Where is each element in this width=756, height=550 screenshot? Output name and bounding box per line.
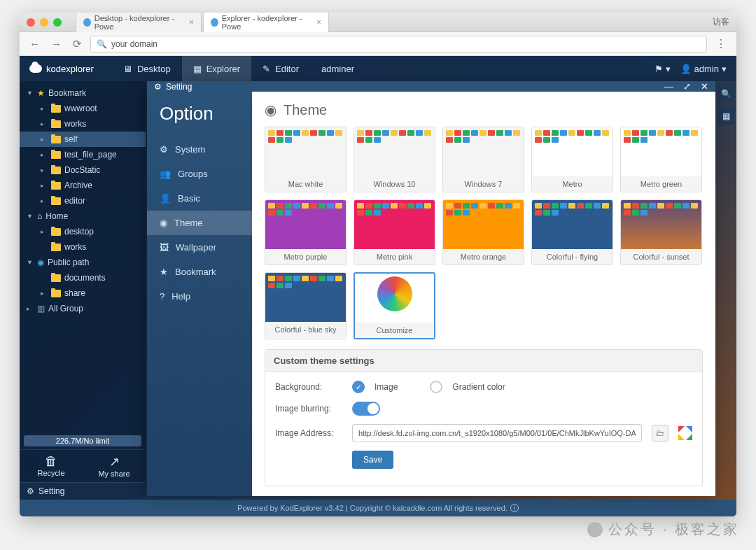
theme-label: Colorful - sunset [621, 249, 701, 265]
theme-label: Metro orange [443, 249, 524, 265]
minimize-window[interactable] [40, 18, 48, 27]
theme-card[interactable]: Metro pink [354, 199, 435, 265]
maximize-window[interactable] [53, 18, 62, 27]
theme-card[interactable]: Colorful - flying [531, 199, 613, 265]
theme-label: Customize [355, 323, 434, 338]
nav-editor[interactable]: ✎ Editor [251, 56, 310, 81]
sidebar-section-public[interactable]: ▼◉Public path [20, 255, 146, 270]
theme-card[interactable]: Colorful - sunset [620, 199, 702, 265]
theme-card[interactable]: Windows 10 [354, 127, 435, 192]
app-topbar: kodexplorer 🖥 Desktop ▦ Explorer ✎ Edito… [20, 56, 736, 81]
sidebar-item[interactable]: ▸editor [20, 193, 146, 209]
sidebar-item[interactable]: documents [20, 270, 146, 285]
browser-tab[interactable]: Desktop - kodexplorer - Powe× [76, 13, 202, 33]
nav-adminer[interactable]: adminer [310, 56, 365, 81]
view-icon[interactable]: ▦ [718, 108, 734, 125]
theme-heading: ◉Theme [265, 101, 703, 118]
expand-icon[interactable]: ⤢ [683, 81, 691, 92]
save-button[interactable]: Save [352, 451, 393, 469]
menu-groups[interactable]: 👥 Groups [147, 162, 252, 186]
sidebar-item[interactable]: ▸self [20, 132, 146, 147]
sidebar-section-bookmark[interactable]: ▼★Bookmark [20, 85, 146, 101]
info-icon[interactable]: i [510, 504, 519, 512]
url-input[interactable]: 🔍your domain [90, 36, 707, 52]
guest-label: 访客 [713, 16, 729, 28]
recycle-button[interactable]: 🗑Recycle [20, 450, 83, 482]
setting-button[interactable]: ⚙ Setting [20, 482, 146, 500]
theme-card[interactable]: Metro orange [442, 199, 524, 265]
wechat-icon [587, 522, 603, 537]
theme-label: Metro pink [354, 249, 435, 265]
theme-label: Mac white [265, 176, 346, 192]
close-tab-icon[interactable]: × [316, 17, 321, 27]
menu-bookmark[interactable]: ★ Bookmark [147, 260, 252, 284]
sidebar-item[interactable]: ▸share [20, 285, 146, 301]
nav-explorer[interactable]: ▦ Explorer [182, 56, 251, 81]
blur-toggle[interactable] [352, 402, 380, 416]
sidebar-item[interactable]: works [20, 239, 146, 255]
app-logo[interactable]: kodexplorer [29, 64, 94, 74]
image-address-input[interactable] [352, 424, 642, 442]
nav-desktop[interactable]: 🖥 Desktop [112, 56, 182, 81]
theme-card[interactable]: Metro purple [265, 199, 346, 265]
search-icon[interactable]: 🔍 [718, 85, 734, 102]
minimize-icon[interactable]: — [664, 81, 673, 92]
menu-system[interactable]: ⚙ System [147, 137, 252, 162]
custom-title: Custom theme settings [265, 350, 702, 372]
theme-card[interactable]: Metro [531, 127, 613, 192]
bg-label: Background: [275, 382, 342, 392]
footer: Powered by KodExplorer v3.42 | Copyright… [20, 500, 736, 516]
back-button[interactable]: ← [27, 36, 43, 51]
user-menu[interactable]: 👤 admin ▾ [680, 64, 727, 74]
sidebar-item[interactable]: ▸works [20, 116, 146, 132]
pinwheel-icon [678, 426, 692, 440]
sidebar-section-allgroup[interactable]: ▸▥All Group [20, 301, 146, 316]
radio-image[interactable] [352, 381, 365, 393]
gear-icon: ⚙ [154, 82, 162, 92]
sidebar-item[interactable]: ▸desktop [20, 224, 146, 239]
browser-menu-icon[interactable]: ⋮ [713, 37, 729, 50]
theme-card[interactable]: Windows 7 [442, 127, 524, 192]
forward-button[interactable]: → [48, 36, 64, 51]
top-nav: 🖥 Desktop ▦ Explorer ✎ Editor adminer [112, 56, 365, 81]
sidebar-item[interactable]: ▸wwwroot [20, 101, 146, 116]
theme-card[interactable]: Customize [354, 272, 435, 339]
menu-theme[interactable]: ◉ Theme [147, 211, 252, 235]
menu-basic[interactable]: 👤 Basic [147, 186, 252, 211]
myshare-button[interactable]: ↗My share [83, 450, 146, 482]
theme-label: Metro purple [265, 249, 346, 265]
modal-title: Setting [166, 82, 192, 92]
theme-label: Colorful - blue sky [265, 322, 346, 337]
sidebar-item[interactable]: ▸DocStatic [20, 162, 146, 178]
modal-sidebar: Option ⚙ System 👥 Groups 👤 Basic ◉ Theme… [147, 92, 252, 496]
theme-label: Metro [532, 176, 612, 192]
browser-tab[interactable]: Explorer - kodexplorer - Powe× [203, 13, 329, 33]
menu-help[interactable]: ? Help [147, 284, 252, 309]
addr-label: Image Address: [275, 428, 342, 438]
close-window[interactable] [27, 18, 35, 27]
watermark: 公众号 · 极客之家 [587, 520, 739, 539]
address-bar: ← → ⟳ 🔍your domain ⋮ [20, 32, 736, 56]
browser-titlebar: Desktop - kodexplorer - Powe× Explorer -… [20, 13, 736, 32]
browse-button[interactable]: 🗁 [652, 425, 668, 442]
menu-wallpaper[interactable]: 🖼 Wallpaper [147, 235, 252, 260]
modal-heading: Option [147, 103, 252, 137]
flag-menu[interactable]: ⚑ ▾ [654, 64, 671, 74]
sidebar-item[interactable]: ▸Archive [20, 178, 146, 193]
theme-label: Colorful - flying [532, 249, 612, 265]
theme-card[interactable]: Colorful - blue sky [265, 272, 346, 339]
theme-card[interactable]: Mac white [265, 127, 346, 192]
sidebar-item[interactable]: ▸test_file_page [20, 147, 146, 162]
reload-button[interactable]: ⟳ [70, 36, 85, 52]
theme-label: Windows 7 [443, 176, 524, 192]
settings-modal: ⚙ Setting — ⤢ ✕ Option ⚙ System 👥 Groups… [147, 81, 715, 493]
theme-card[interactable]: Metro green [620, 127, 702, 192]
modal-titlebar[interactable]: ⚙ Setting — ⤢ ✕ [147, 81, 715, 92]
close-icon[interactable]: ✕ [701, 81, 708, 92]
sidebar-section-home[interactable]: ▼⌂Home [20, 209, 146, 224]
theme-label: Windows 10 [354, 176, 435, 192]
custom-theme-panel: Custom theme settings Background: Image … [265, 349, 703, 486]
radio-gradient[interactable] [430, 381, 442, 393]
blur-label: Image blurring: [275, 404, 342, 414]
close-tab-icon[interactable]: × [189, 17, 194, 27]
